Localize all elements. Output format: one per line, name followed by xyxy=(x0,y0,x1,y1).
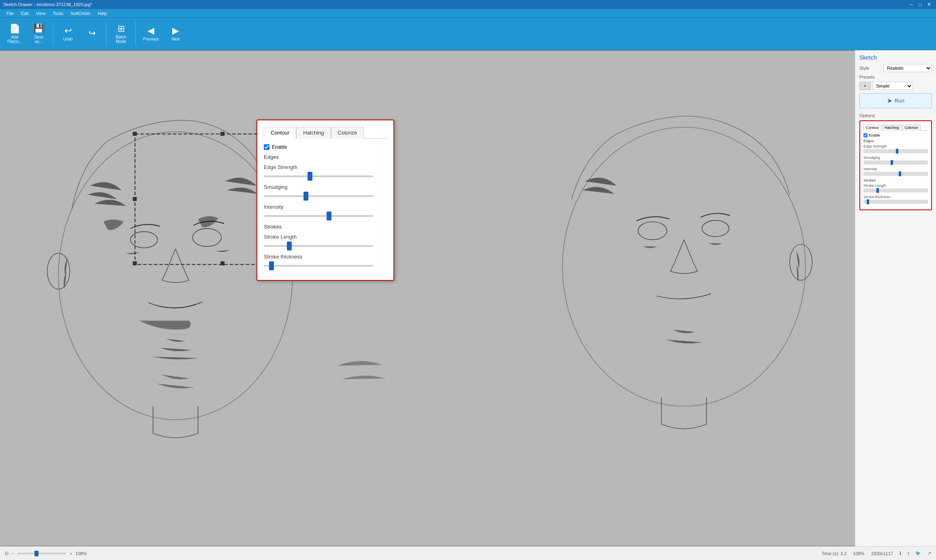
strokes-section-header: Strokes xyxy=(264,224,387,230)
mini-smudging-track xyxy=(863,160,928,165)
undo-button[interactable]: ↩ Undo xyxy=(57,24,79,44)
presets-label: Presets xyxy=(859,75,874,79)
presets-select[interactable]: Simple Classic Detailed xyxy=(872,82,913,90)
options-label: Options xyxy=(859,113,932,118)
toolbar-separator-2 xyxy=(106,22,107,46)
status-bar: ⊡ − + 108% Time (s): 3.2 108% 1920x1117 … xyxy=(0,546,936,560)
mini-smudging-thumb xyxy=(891,160,893,165)
svg-rect-15 xyxy=(133,261,137,265)
undo-label: Undo xyxy=(63,37,73,41)
undo-icon: ↩ xyxy=(64,26,72,35)
mini-stroke-thickness-label: Stroke thickness xyxy=(863,195,928,199)
resolution-display: 1920x1117 xyxy=(871,551,893,556)
mini-tabs: Contour Hatching Colorize xyxy=(863,124,928,131)
facebook-icon[interactable]: f xyxy=(908,551,909,556)
save-as-label: Saveas... xyxy=(34,35,43,44)
menu-edit[interactable]: Edit xyxy=(18,10,32,17)
menu-help[interactable]: Help xyxy=(94,10,110,17)
status-right: Time (s): 3.2 108% 1920x1117 ℹ f 🐦 ↗ xyxy=(822,551,931,556)
mini-edge-strength-thumb xyxy=(896,149,898,154)
edge-strength-slider[interactable] xyxy=(264,175,373,177)
previous-button[interactable]: ◀ Previous xyxy=(139,24,163,44)
toolbar-separator-3 xyxy=(135,22,136,46)
smudging-slider[interactable] xyxy=(264,195,373,197)
mini-enable-checkbox[interactable] xyxy=(863,133,868,137)
right-panel-title: Sketch xyxy=(859,54,932,61)
batch-mode-button[interactable]: ⊞ BatchMode xyxy=(110,22,132,46)
menu-softorbits[interactable]: SoftOrbits xyxy=(67,10,94,17)
next-icon: ▶ xyxy=(172,26,179,35)
mini-enable-row: Enable xyxy=(863,133,928,137)
add-files-icon: 📄 xyxy=(9,24,20,33)
menu-view[interactable]: View xyxy=(33,10,49,17)
run-button[interactable]: ➤ Run xyxy=(859,93,932,108)
zoom-plus-icon[interactable]: + xyxy=(69,551,72,556)
presets-row: Presets xyxy=(859,75,932,79)
mini-intensity-label: Intensity xyxy=(863,167,928,171)
svg-rect-13 xyxy=(133,197,137,201)
mini-tab-colorize[interactable]: Colorize xyxy=(902,124,921,131)
add-files-label: AddFile(s)... xyxy=(7,35,22,44)
menu-bar: File Edit View Tools SoftOrbits Help xyxy=(0,9,936,18)
panel-tabs: Contour Hatching Colorize xyxy=(264,127,387,139)
add-files-button[interactable]: 📄 AddFile(s)... xyxy=(3,22,26,46)
previous-label: Previous xyxy=(143,37,159,41)
next-button[interactable]: ▶ Next xyxy=(165,24,187,44)
run-arrow-icon: ➤ xyxy=(887,97,892,105)
tab-hatching[interactable]: Hatching xyxy=(296,127,331,139)
mini-stroke-thickness-track xyxy=(863,200,928,204)
share-icon[interactable]: ↗ xyxy=(927,551,931,556)
style-select[interactable]: Realistic xyxy=(883,64,932,72)
save-as-icon: 💾 xyxy=(33,24,44,33)
tab-contour[interactable]: Contour xyxy=(264,127,296,139)
smudging-group: Smudging xyxy=(264,184,387,198)
zoom-thumb xyxy=(34,551,38,556)
close-button[interactable]: ✕ xyxy=(925,1,933,8)
stroke-thickness-group: Stroke thickness xyxy=(264,254,387,268)
next-label: Next xyxy=(171,37,180,41)
svg-rect-10 xyxy=(133,132,137,136)
minimize-button[interactable]: ─ xyxy=(908,1,915,8)
time-label: Time (s): 3.2 xyxy=(822,551,846,556)
preset-select-row: ≡ Simple Classic Detailed xyxy=(859,82,932,90)
zoom-track xyxy=(17,553,66,554)
mini-stroke-length-label: Stroke Length xyxy=(863,184,928,188)
floating-panel: Contour Hatching Colorize Enable Edges E… xyxy=(256,120,394,281)
maximize-button[interactable]: □ xyxy=(917,1,924,8)
zoom-minus-icon[interactable]: − xyxy=(12,551,14,556)
mini-options-panel: Contour Hatching Colorize Enable Edges E… xyxy=(859,120,932,210)
toolbar-separator-1 xyxy=(53,22,53,46)
preset-icon: ≡ xyxy=(859,82,871,90)
smudging-label: Smudging xyxy=(264,184,387,190)
intensity-slider[interactable] xyxy=(264,215,373,217)
svg-rect-0 xyxy=(0,51,855,546)
main-container: Contour Hatching Colorize Enable Edges E… xyxy=(0,50,936,546)
batch-mode-icon: ⊞ xyxy=(118,24,125,33)
stroke-length-slider[interactable] xyxy=(264,245,373,247)
twitter-icon[interactable]: 🐦 xyxy=(915,551,921,556)
redo-button[interactable]: ↪ xyxy=(81,26,103,42)
mini-stroke-thickness-thumb xyxy=(867,199,869,204)
canvas-area[interactable]: Contour Hatching Colorize Enable Edges E… xyxy=(0,50,855,546)
stroke-length-group: Stroke Length xyxy=(264,234,387,248)
mini-edge-strength-track xyxy=(863,149,928,153)
mini-smudging-group: Smudging xyxy=(863,156,928,165)
menu-file[interactable]: File xyxy=(3,10,17,17)
batch-mode-label: BatchMode xyxy=(116,35,126,44)
menu-tools[interactable]: Tools xyxy=(49,10,66,17)
title-bar: Sketch Drawer - emotions-371238_1920.jpg… xyxy=(0,0,936,9)
mini-tab-contour[interactable]: Contour xyxy=(863,124,881,131)
mini-tab-hatching[interactable]: Hatching xyxy=(882,124,902,131)
style-label: Style xyxy=(859,66,869,71)
intensity-group: Intensity xyxy=(264,204,387,218)
mini-edges-header: Edges xyxy=(863,139,928,143)
enable-checkbox[interactable] xyxy=(264,144,269,150)
save-as-button[interactable]: 💾 Saveas... xyxy=(28,22,50,46)
stroke-thickness-label: Stroke thickness xyxy=(264,254,387,260)
stroke-thickness-slider[interactable] xyxy=(264,265,373,267)
tab-colorize[interactable]: Colorize xyxy=(331,127,364,139)
sketch-canvas xyxy=(0,50,855,546)
edge-strength-group: Edge Strength xyxy=(264,164,387,178)
svg-rect-11 xyxy=(220,132,224,136)
window-controls: ─ □ ✕ xyxy=(908,1,933,8)
